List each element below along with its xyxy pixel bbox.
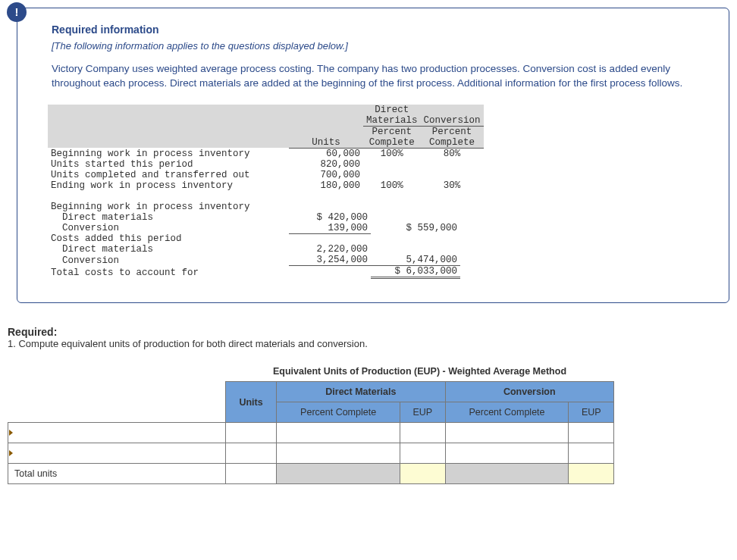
cv-pct-total — [445, 464, 569, 484]
col-dm-eup: EUP — [400, 402, 445, 423]
cv-eup-input-2[interactable] — [569, 443, 614, 464]
required-information-title: Required information — [52, 23, 710, 36]
col-cv-percent: Percent Complete — [445, 402, 569, 423]
info-icon: ! — [7, 2, 27, 22]
col-dm-percent: Percent Complete — [277, 402, 400, 423]
cv-eup-total[interactable] — [569, 464, 614, 484]
col-cv-eup: EUP — [569, 402, 614, 423]
required-label: Required: — [8, 326, 57, 338]
dm-eup-total[interactable] — [400, 464, 445, 484]
dm-pct-total — [277, 464, 400, 484]
col-units: Units — [226, 382, 277, 423]
total-units-label: Total units — [8, 464, 226, 484]
row-label-input-1[interactable] — [8, 423, 226, 443]
units-percent-table: Direct Materials Conversion Percent Perc… — [48, 105, 710, 191]
dm-eup-input-1[interactable] — [400, 423, 445, 443]
cv-eup-input-1[interactable] — [569, 423, 614, 443]
costs-table: Beginning work in process inventory Dire… — [48, 202, 710, 280]
cv-pct-input-2[interactable] — [445, 443, 569, 464]
eup-answer-table: Equivalent Units of Production (EUP) - W… — [8, 361, 729, 484]
applies-note: [The following information applies to th… — [52, 40, 710, 52]
dm-pct-input-1[interactable] — [277, 423, 400, 443]
dm-pct-input-2[interactable] — [277, 443, 400, 464]
problem-card: ! Required information [The following in… — [17, 8, 729, 303]
col-conversion: Conversion — [445, 382, 613, 402]
units-input-2[interactable] — [226, 443, 277, 464]
row-label-input-2[interactable] — [8, 443, 226, 464]
units-input-1[interactable] — [226, 423, 277, 443]
required-question: 1. Compute equivalent units of productio… — [8, 338, 368, 349]
eup-title: Equivalent Units of Production (EUP) - W… — [226, 361, 614, 382]
cv-pct-input-1[interactable] — [445, 423, 569, 443]
required-section: Required: 1. Compute equivalent units of… — [8, 326, 729, 349]
intro-paragraph: Victory Company uses weighted average pr… — [52, 62, 710, 91]
dm-eup-input-2[interactable] — [400, 443, 445, 464]
col-direct-materials: Direct Materials — [277, 382, 445, 402]
units-total[interactable] — [226, 464, 277, 484]
